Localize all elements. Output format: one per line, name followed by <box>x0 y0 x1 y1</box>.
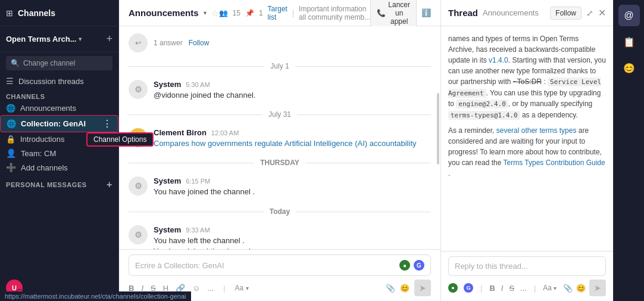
message-system-july1: ⚙ System 5:30 AM @vidonne joined the cha… <box>129 80 431 101</box>
workspace-header[interactable]: Open Terms Arch... ▾ + <box>0 26 118 52</box>
thread-panel: Thread Announcements Follow ⤢ ✕ names an… <box>440 0 613 301</box>
follow-link[interactable]: Follow <box>189 39 210 47</box>
thread-send-button[interactable]: ➤ <box>589 280 606 296</box>
msg-text-system3: You have left the channel .You have join… <box>154 235 431 249</box>
thread-content2: As a reminder, several other terms types… <box>448 125 606 179</box>
target-list-label[interactable]: Target list <box>268 5 287 21</box>
thread-header: Thread Announcements Follow ⤢ ✕ <box>441 0 613 26</box>
thread-reply-input[interactable]: Reply to this thread... <box>448 256 606 276</box>
channels-section-label: CHANNELS <box>0 88 118 101</box>
more-button[interactable]: ... <box>207 284 214 293</box>
system-icon3: ⚙ <box>135 230 142 240</box>
chat-input-placeholder[interactable]: Ecrire à Collection: GenAI <box>135 261 399 270</box>
message-system-today: ⚙ System 9:33 AM You have left the chann… <box>129 225 431 249</box>
thread-channel: Announcements <box>483 8 539 17</box>
status-bar-url: https://mattermost.incubateur.net/cta/ch… <box>5 293 186 300</box>
grid-icon[interactable]: ⊞ <box>6 8 13 18</box>
workspace-chevron-icon: ▾ <box>79 36 82 42</box>
thread-tosdr-ref: ~ToS:DR <box>513 77 542 86</box>
emoji-button[interactable]: ☺ <box>192 284 200 293</box>
chat-channel-title: Announcements <box>129 8 199 18</box>
msg-text-system2: You have joined the channel . <box>154 187 431 197</box>
message-clement-biron: C Clement Biron 12:03 AM Compares how go… <box>129 128 431 149</box>
thread-more-button[interactable]: ... <box>520 284 527 293</box>
thread-code-engine: engine@2.4.0 <box>456 100 508 108</box>
change-channel-button[interactable]: 🔍 Change channel <box>6 56 112 70</box>
font-size-button[interactable]: Aa ▾ <box>235 284 249 292</box>
lock-icon: 🔒 <box>6 135 15 144</box>
pin-count: 1 <box>259 9 263 17</box>
thread-font-size-button[interactable]: Aa ▾ <box>543 284 557 292</box>
sidebar: ⊞ Channels Open Terms Arch... ▾ + 🔍 Chan… <box>0 0 119 301</box>
thread-emoji-button[interactable]: 😊 <box>576 284 586 293</box>
green-status-icon: ● <box>399 260 410 271</box>
system-icon2: ⚙ <box>135 181 142 191</box>
date-divider-july1: July 1 <box>129 62 431 70</box>
thread-bold-button[interactable]: B <box>489 284 495 293</box>
msg-time-system3: 9:33 AM <box>186 226 210 234</box>
app-title: Channels <box>18 8 55 18</box>
right-icon-emoji[interactable]: 😊 <box>618 57 640 79</box>
personal-messages-section: PERSONAL MESSAGES + <box>0 175 118 191</box>
system-avatar-today: ⚙ <box>129 225 148 244</box>
chat-messages[interactable]: ↩ 1 answer Follow July 1 ⚙ System 5:30 A… <box>119 26 440 249</box>
g-icon: G <box>414 260 424 271</box>
thread-title: Thread <box>448 8 478 18</box>
thread-italic-button[interactable]: I <box>501 284 504 293</box>
right-icon-clipboard[interactable]: 📋 <box>618 31 640 52</box>
sidebar-item-discussion-threads[interactable]: ☰ Discussion threads <box>0 74 118 88</box>
thread-messages: names and types of terms in Open Terms A… <box>441 26 613 251</box>
thread-link-terms-types[interactable]: several other terms types <box>496 126 577 135</box>
message-system-joined: ⚙ System 6:15 PM You have joined the cha… <box>129 176 431 197</box>
launch-call-button[interactable]: 📞 Lancer un appel <box>370 0 417 29</box>
attach-button[interactable]: 📎 <box>386 284 395 293</box>
thread-meta-row: ↩ 1 answer Follow <box>129 33 431 52</box>
msg-time-system2: 6:15 PM <box>186 178 210 185</box>
emoji2-button[interactable]: 😊 <box>400 284 409 293</box>
msg-author-system1: System <box>154 80 181 89</box>
system-avatar-joined: ⚙ <box>129 176 148 196</box>
chat-channel-chevron-icon[interactable]: ▾ <box>204 10 207 16</box>
send-button[interactable]: ➤ <box>414 280 431 296</box>
workspace-name: Open Terms Arch... ▾ <box>6 35 82 44</box>
member-count-icon: 👥 <box>219 9 228 17</box>
clement-link[interactable]: Compares how governments regulate Artifi… <box>154 139 417 148</box>
thread-code-terms: terms-types@1.4.0 <box>448 111 520 120</box>
star-icon[interactable]: ☆ <box>211 8 219 18</box>
thread-strike-button[interactable]: S <box>509 284 514 293</box>
add-channels-icon: ➕ <box>6 163 16 172</box>
personal-messages-plus-button[interactable]: + <box>107 179 112 190</box>
member-count: 15 <box>233 9 240 17</box>
sidebar-item-team-cm[interactable]: 👤 Team: CM <box>0 146 118 160</box>
pin-icon: 📌 <box>245 9 254 17</box>
add-workspace-button[interactable]: + <box>106 33 112 45</box>
channel-options-dots[interactable]: ⋮ <box>102 118 112 129</box>
msg-author-clement: Clement Biron <box>154 128 207 137</box>
sidebar-item-collection-genai[interactable]: 🌐 Collection: GenAI ⋮ <box>0 115 118 132</box>
sidebar-item-introductions[interactable]: 🔒 Introductions <box>0 132 118 146</box>
msg-text-system1: @vidonne joined the channel. <box>154 90 431 101</box>
clement-avatar: C <box>129 128 148 147</box>
system-icon: ⚙ <box>135 85 142 94</box>
thread-close-button[interactable]: ✕ <box>598 7 606 18</box>
team-icon: 👤 <box>6 148 16 158</box>
globe-icon-genai: 🌐 <box>7 119 16 128</box>
sidebar-item-announcements[interactable]: 🌐 Announcements <box>0 101 118 115</box>
thread-follow-button[interactable]: Follow <box>550 7 582 20</box>
thread-toolbar: ● G | B I S ... | Aa ▾ 📎 😊 ➤ <box>448 280 606 296</box>
system-avatar: ⚙ <box>129 80 148 99</box>
thread-link-guide[interactable]: Terms Types Contribution Guide <box>504 159 605 167</box>
info-icon[interactable]: ℹ️ <box>421 8 431 17</box>
date-divider-thursday: THURSDAY <box>129 159 431 167</box>
scrollbar[interactable] <box>437 93 439 165</box>
send-icon: ➤ <box>419 283 426 293</box>
thread-attach-button[interactable]: 📎 <box>563 284 573 293</box>
msg-time-system1: 5:30 AM <box>186 81 210 88</box>
chat-input-box: Ecrire à Collection: GenAI ● G <box>129 255 431 276</box>
sidebar-item-add-channels[interactable]: ➕ Add channels <box>0 160 118 175</box>
thread-expand-button[interactable]: ⤢ <box>586 8 593 18</box>
reply-icon: ↩ <box>135 39 141 47</box>
thread-link-v140[interactable]: v1.4.0 <box>489 56 508 64</box>
thread-content: names and types of terms in Open Terms A… <box>448 33 606 120</box>
right-icon-at[interactable]: @ <box>618 5 640 26</box>
